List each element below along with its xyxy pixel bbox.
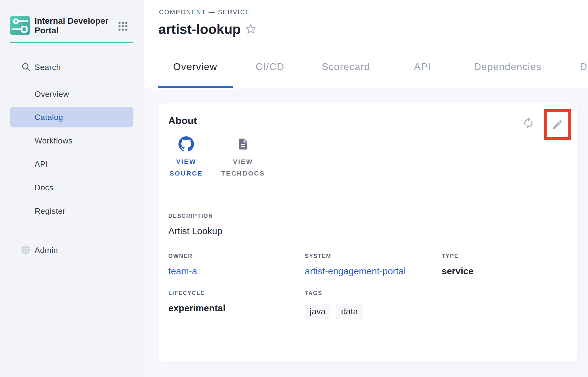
field-system-label: SYSTEM (305, 253, 406, 259)
tag-chips: java data (305, 304, 363, 319)
field-owner-label: OWNER (168, 253, 197, 259)
refresh-icon (522, 117, 535, 129)
system-link[interactable]: artist-engagement-portal (305, 266, 406, 276)
pencil-icon (552, 119, 563, 130)
sidebar-item-overview[interactable]: Overview (35, 89, 69, 99)
tab-docs-truncated[interactable]: D (580, 61, 587, 72)
field-tags: TAGS java data (305, 290, 363, 319)
sidebar-item-api[interactable]: API (35, 160, 48, 169)
app-title-line1: Internal Developer (35, 16, 115, 26)
sidebar-catalog-label: Catalog (35, 113, 63, 122)
view-source-link[interactable]: VIEW SOURCE (163, 135, 209, 179)
gear-icon (20, 245, 31, 255)
tab-api[interactable]: API (414, 61, 431, 72)
page-title: artist-lookup (158, 22, 241, 36)
edit-button[interactable] (552, 119, 563, 130)
view-source-label: VIEW SOURCE (163, 156, 209, 179)
tab-scorecard[interactable]: Scorecard (322, 61, 370, 72)
tab-cicd[interactable]: CI/CD (255, 61, 284, 72)
field-type-label: TYPE (442, 253, 473, 259)
sidebar-item-admin[interactable]: Admin (0, 245, 144, 259)
search-icon (21, 62, 31, 72)
star-icon (244, 23, 257, 35)
view-techdocs-link[interactable]: VIEW TECHDOCS (220, 135, 266, 179)
sidebar-item-workflows[interactable]: Workflows (35, 136, 73, 145)
field-type: TYPE service (442, 253, 473, 276)
field-lifecycle-label: LIFECYCLE (168, 290, 225, 296)
app-title: Internal Developer Portal (35, 16, 115, 35)
sidebar-divider (11, 80, 133, 80)
tab-dependencies[interactable]: Dependencies (474, 61, 542, 72)
refresh-button[interactable] (522, 117, 535, 129)
field-system: SYSTEM artist-engagement-portal (305, 253, 406, 276)
edit-button-highlight (544, 109, 571, 140)
active-tab-indicator (158, 86, 233, 88)
sidebar: Internal Developer Portal Search (0, 0, 144, 377)
sidebar-divider (11, 231, 133, 231)
favorite-star-button[interactable] (244, 23, 257, 35)
owner-link[interactable]: team-a (168, 266, 197, 276)
app-logo[interactable] (10, 16, 30, 35)
sidebar-item-search[interactable]: Search (0, 62, 144, 76)
field-type-value: service (442, 266, 473, 276)
field-description: DESCRIPTION Artist Lookup (168, 213, 222, 236)
field-lifecycle-value: experimental (168, 303, 225, 313)
screen: Internal Developer Portal Search (0, 0, 588, 377)
field-description-value: Artist Lookup (168, 226, 222, 236)
document-icon (220, 135, 266, 153)
breadcrumb: COMPONENT — SERVICE (159, 9, 250, 16)
app-title-line2: Portal (35, 26, 115, 35)
view-techdocs-label: VIEW TECHDOCS (220, 156, 266, 179)
tab-overview[interactable]: Overview (173, 61, 217, 72)
github-icon (163, 135, 209, 153)
sidebar-item-register[interactable]: Register (35, 206, 65, 216)
sidebar-item-catalog[interactable]: Catalog (10, 107, 133, 127)
sidebar-admin-label: Admin (35, 246, 58, 255)
field-tags-label: TAGS (305, 290, 363, 296)
tag-chip-java[interactable]: java (305, 304, 330, 319)
sidebar-search-label: Search (35, 63, 61, 72)
portal-logo-icon (10, 16, 30, 35)
apps-grid-icon[interactable] (118, 21, 128, 31)
entity-tabs: Overview CI/CD Scorecard API Dependencie… (144, 44, 588, 89)
sidebar-item-docs[interactable]: Docs (35, 183, 53, 192)
sidebar-brand-rule (10, 42, 133, 43)
field-description-label: DESCRIPTION (168, 213, 222, 219)
tag-chip-data[interactable]: data (336, 304, 363, 319)
about-card: About VIEW SOURCE (158, 103, 577, 362)
field-lifecycle: LIFECYCLE experimental (168, 290, 225, 313)
field-owner: OWNER team-a (168, 253, 197, 276)
about-card-title: About (168, 115, 197, 126)
